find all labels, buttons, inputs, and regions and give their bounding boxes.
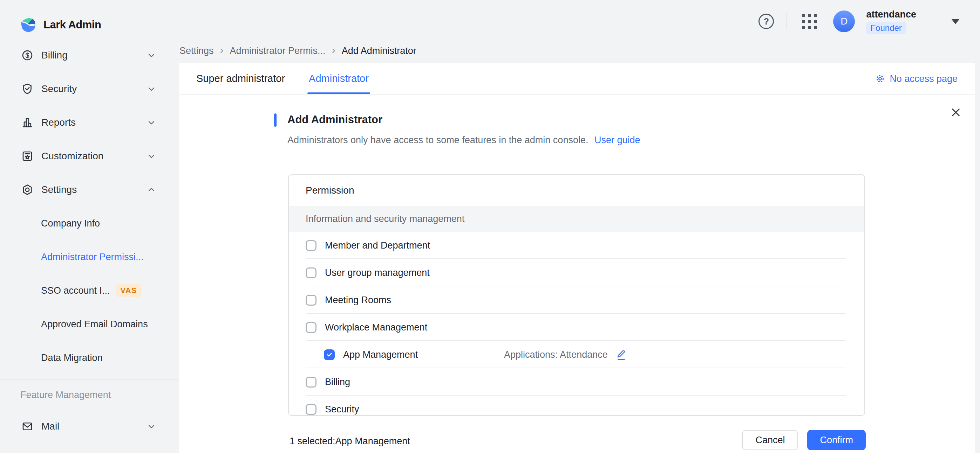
- header-actions: ? D attendance Founder: [759, 0, 960, 43]
- sidebar-item-company-info[interactable]: Company Info: [0, 206, 179, 240]
- checkbox-unchecked[interactable]: [305, 295, 317, 306]
- permission-row-billing: Billing: [289, 368, 864, 396]
- user-guide-link[interactable]: User guide: [595, 135, 640, 145]
- bar-chart-icon: [21, 116, 33, 129]
- checkbox-unchecked[interactable]: [305, 377, 317, 388]
- account-name: attendance: [866, 9, 916, 20]
- header-divider: [786, 13, 787, 29]
- breadcrumb-settings[interactable]: Settings: [180, 46, 214, 56]
- chevron-down-icon[interactable]: [146, 51, 156, 60]
- shield-check-icon: [21, 82, 33, 95]
- sidebar-item-label: Billing: [41, 50, 68, 61]
- tab-administrator[interactable]: Administrator: [309, 63, 369, 94]
- page-scrollbar-gutter[interactable]: [975, 63, 980, 453]
- breadcrumb-separator-icon: ›: [220, 45, 224, 55]
- avatar-letter: D: [840, 16, 848, 27]
- sidebar-item-data-migration[interactable]: Data Migration: [0, 341, 179, 375]
- app-logo: Lark Admin: [0, 0, 179, 38]
- drawer-description: Administrators only have access to some …: [287, 134, 640, 146]
- permission-row-meeting-rooms: Meeting Rooms: [289, 287, 864, 314]
- gear-icon: [875, 73, 885, 84]
- sidebar-item-label: Mail: [41, 421, 59, 432]
- sidebar-item-reports[interactable]: Reports: [0, 106, 179, 139]
- sidebar-item-label: Settings: [41, 184, 77, 195]
- permission-row-member-and-department: Member and Department: [289, 232, 864, 259]
- checkbox-unchecked[interactable]: [305, 240, 317, 251]
- mail-envelope-icon: [21, 420, 33, 433]
- permission-row-security: Security: [289, 396, 864, 416]
- checkbox-unchecked[interactable]: [305, 404, 317, 415]
- permission-row-user-group-management: User group management: [289, 259, 864, 287]
- permission-row-workplace-management: Workplace Management: [289, 314, 864, 341]
- app-title: Lark Admin: [43, 19, 101, 31]
- applications-scope-label: Applications: Attendance: [504, 349, 608, 360]
- svg-text:$: $: [25, 51, 29, 59]
- permission-panel: Permission Information and security mana…: [288, 174, 865, 416]
- permission-label: User group management: [325, 268, 430, 278]
- confirm-button[interactable]: Confirm: [807, 430, 866, 450]
- selected-summary: 1 selected:App Management: [290, 436, 410, 447]
- edit-pencil-icon[interactable]: [616, 348, 627, 361]
- founder-badge: Founder: [866, 22, 906, 34]
- chevron-up-icon[interactable]: [146, 185, 156, 195]
- no-access-page-label: No access page: [889, 73, 958, 84]
- lark-admin-app: Lark Admin $ Billing Security: [0, 0, 980, 453]
- sidebar-item-customization[interactable]: Customization: [0, 139, 179, 173]
- sidebar-item-label: Customization: [41, 150, 103, 162]
- billing-dollar-icon: $: [21, 49, 33, 62]
- main-content: Super administrator Administrator No acc…: [179, 63, 975, 453]
- certificate-star-icon: [21, 150, 33, 162]
- sub-item-label: SSO account I...: [41, 285, 110, 296]
- avatar[interactable]: D: [833, 11, 855, 32]
- chevron-down-icon[interactable]: [146, 421, 156, 431]
- breadcrumb-separator-icon: ›: [332, 45, 336, 55]
- close-icon[interactable]: [948, 105, 964, 120]
- drawer-title: Add Administrator: [287, 112, 382, 127]
- account-caret-down-icon[interactable]: [951, 19, 960, 24]
- sidebar-item-billing[interactable]: $ Billing: [0, 38, 179, 72]
- checkbox-checked[interactable]: [324, 349, 335, 360]
- tab-super-administrator[interactable]: Super administrator: [196, 63, 285, 94]
- app-launcher-icon[interactable]: [802, 14, 817, 29]
- no-access-page-link[interactable]: No access page: [875, 63, 958, 95]
- help-glyph: ?: [764, 16, 769, 27]
- permission-label: Meeting Rooms: [325, 295, 391, 306]
- checkbox-unchecked[interactable]: [305, 268, 317, 278]
- settings-nut-icon: [21, 184, 33, 196]
- footer-buttons: Cancel Confirm: [742, 430, 866, 450]
- breadcrumb: Settings › Administrator Permis... › Add…: [180, 41, 417, 61]
- cancel-button[interactable]: Cancel: [742, 430, 798, 450]
- permission-row-app-management: App Management Applications: Attendance: [289, 341, 864, 368]
- check-icon: [326, 351, 333, 358]
- applications-scope: Applications: Attendance: [504, 348, 627, 361]
- chevron-down-icon[interactable]: [146, 151, 156, 161]
- chevron-down-icon[interactable]: [146, 118, 156, 127]
- sidebar-item-administrator-permissions[interactable]: Administrator Permissi...: [0, 240, 179, 274]
- permission-section-header: Information and security management: [289, 206, 864, 232]
- sub-item-label: Data Migration: [41, 353, 103, 363]
- sub-item-label: Administrator Permissi...: [41, 252, 144, 263]
- sidebar-nav: $ Billing Security: [0, 38, 179, 443]
- permission-label: Security: [325, 404, 359, 415]
- breadcrumb-administrator-permissions[interactable]: Administrator Permis...: [230, 46, 326, 56]
- drawer-footer: 1 selected:App Management Cancel Confirm: [179, 416, 975, 453]
- vas-badge: VAS: [116, 284, 141, 297]
- sidebar-item-security[interactable]: Security: [0, 72, 179, 106]
- drawer-description-text: Administrators only have access to some …: [287, 135, 588, 145]
- sidebar-item-settings[interactable]: Settings: [0, 173, 179, 206]
- permission-label: Workplace Management: [325, 322, 427, 333]
- breadcrumb-add-administrator: Add Administrator: [342, 46, 417, 56]
- sidebar-item-sso-account[interactable]: SSO account I... VAS: [0, 274, 179, 307]
- permission-label: Member and Department: [325, 240, 430, 251]
- sidebar: Lark Admin $ Billing Security: [0, 0, 179, 453]
- sidebar-item-mail[interactable]: Mail: [0, 410, 179, 443]
- help-icon[interactable]: ?: [759, 14, 774, 29]
- sidebar-item-label: Reports: [41, 117, 76, 128]
- permission-label: Billing: [325, 377, 350, 388]
- permission-header: Permission: [289, 175, 864, 206]
- chevron-down-icon[interactable]: [146, 84, 156, 94]
- sub-item-label: Company Info: [41, 218, 100, 229]
- title-accent-bar: [274, 113, 277, 127]
- checkbox-unchecked[interactable]: [305, 322, 317, 333]
- sidebar-item-approved-email-domains[interactable]: Approved Email Domains: [0, 307, 179, 341]
